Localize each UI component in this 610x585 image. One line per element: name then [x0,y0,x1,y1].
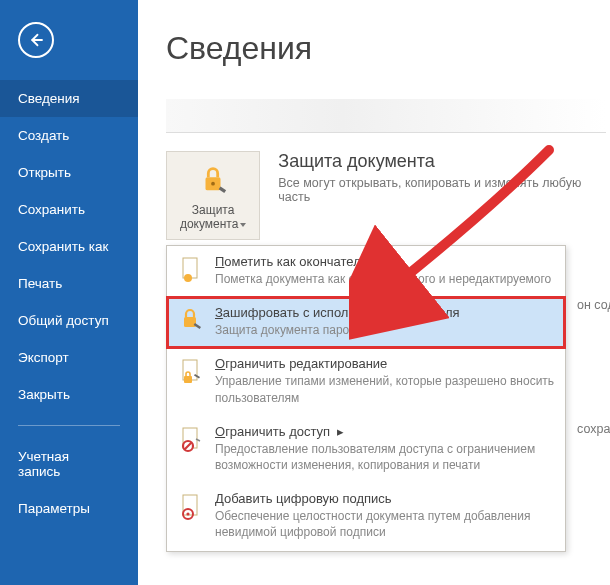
nav-share[interactable]: Общий доступ [0,302,138,339]
signature-icon [177,491,205,521]
document-path-bar [166,99,606,133]
restrict-access-icon [177,424,205,454]
page-title: Сведения [166,30,610,67]
nav-new[interactable]: Создать [0,117,138,154]
nav-open[interactable]: Открыть [0,154,138,191]
menu-item-title: Зашифровать с использованием пароля [215,305,460,320]
menu-item-title: Ограничить доступ ▸ [215,424,555,439]
trailing-text: он содер [577,298,610,312]
lock-pencil-icon [177,356,205,386]
protect-heading: Защита документа [278,151,610,172]
back-button[interactable] [18,22,54,58]
nav-divider [18,425,120,426]
trailing-text: сохранен [577,422,610,436]
svg-rect-11 [183,495,197,515]
nav-info[interactable]: Сведения [0,80,138,117]
menu-item-desc: Защита документа паролем [215,322,460,338]
nav-options[interactable]: Параметры [0,490,138,527]
menu-item-title: Добавить цифровую подпись [215,491,555,506]
menu-item-desc: Обеспечение целостности документа путем … [215,508,555,540]
menu-item-desc: Пометка документа как окончательного и н… [215,271,551,287]
protect-subtext: Все могут открывать, копировать и изменя… [278,176,610,204]
svg-rect-5 [184,317,196,327]
menu-item-desc: Управление типами изменений, которые раз… [215,373,555,405]
nav-save[interactable]: Сохранить [0,191,138,228]
nav-account[interactable]: Учетная запись [0,438,138,490]
menu-restrict-editing[interactable]: Ограничить редактирование Управление тип… [167,348,565,415]
menu-item-desc: Предоставление пользователям доступа с о… [215,441,555,473]
menu-mark-final[interactable]: Пометить как окончательный Пометка докум… [167,246,565,297]
nav-export[interactable]: Экспорт [0,339,138,376]
menu-item-title: Пометить как окончательный [215,254,551,269]
menu-item-title: Ограничить редактирование [215,356,555,371]
svg-point-4 [184,274,192,282]
menu-add-signature[interactable]: Добавить цифровую подпись Обеспечение це… [167,483,565,550]
svg-point-2 [211,182,215,186]
nav-save-as[interactable]: Сохранить как [0,228,138,265]
protect-dropdown: Пометить как окончательный Пометка докум… [166,245,566,552]
menu-encrypt-password[interactable]: Зашифровать с использованием пароля Защи… [167,297,565,348]
svg-rect-7 [184,376,192,383]
svg-point-13 [186,513,189,516]
menu-restrict-access[interactable]: Ограничить доступ ▸ Предоставление польз… [167,416,565,483]
nav-close[interactable]: Закрыть [0,376,138,413]
nav-print[interactable]: Печать [0,265,138,302]
back-arrow-icon [27,31,45,49]
protect-document-button[interactable]: Защита документа [166,151,260,240]
lock-key-icon [177,305,205,331]
flag-icon [177,254,205,284]
protect-button-label: Защита документа [171,203,255,231]
lock-key-icon [171,164,255,197]
